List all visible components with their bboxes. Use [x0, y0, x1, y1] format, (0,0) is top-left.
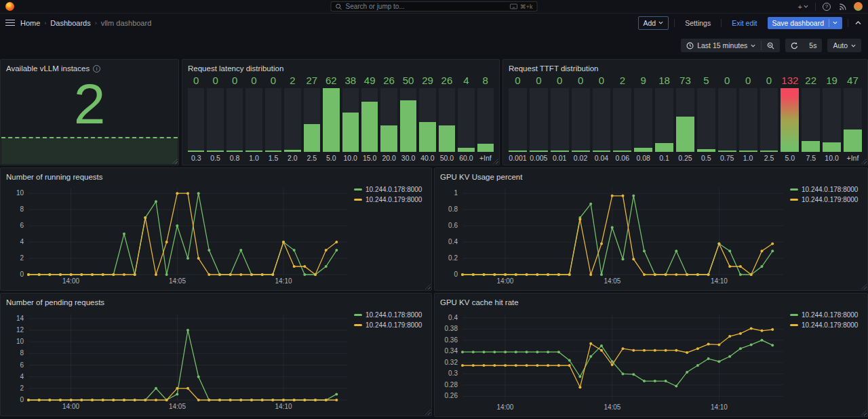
legend-item[interactable]: 10.244.0.179:8000 [354, 321, 426, 329]
bar-fill [304, 124, 320, 152]
bar-value: 2 [284, 75, 300, 86]
bar-category-label: 0.5 [207, 152, 223, 162]
svg-text:0: 0 [20, 271, 24, 278]
svg-text:0.2: 0.2 [448, 254, 458, 262]
save-dashboard-button[interactable]: Save dashboard [768, 17, 842, 29]
bar-track [245, 88, 262, 152]
bar-column: 730.25 [676, 75, 694, 162]
bar-fill [245, 151, 262, 152]
bar-track [265, 88, 281, 152]
zoom-out-button[interactable] [762, 39, 780, 52]
breadcrumb-home[interactable]: Home [20, 19, 40, 27]
bar-column: 00.02 [572, 75, 590, 162]
bar-column: 1910.0 [823, 75, 841, 162]
add-new-button[interactable]: + [797, 3, 810, 11]
panel-title[interactable]: GPU KV cache hit rate [440, 298, 519, 306]
bar-fill [823, 142, 841, 152]
bar-value: 0 [572, 75, 590, 86]
bar-value: 0 [739, 75, 757, 86]
legend-item[interactable]: 10.244.0.179:8000 [790, 321, 862, 329]
bar-column: 4915.0 [361, 75, 378, 162]
svg-text:14:05: 14:05 [169, 403, 186, 410]
legend-swatch [354, 314, 362, 316]
exit-edit-button[interactable]: Exit edit [727, 17, 762, 29]
bar-track [676, 88, 694, 152]
svg-text:14:05: 14:05 [604, 403, 620, 411]
bar-fill [419, 122, 435, 152]
bar-category-label: 5.0 [781, 152, 799, 162]
panel-title[interactable]: Number of pending requests [6, 298, 104, 306]
chart-legend: 10.244.0.178:800010.244.0.179:8000 [787, 183, 862, 286]
collapse-toolbar-button[interactable] [854, 21, 863, 25]
bar-fill [265, 151, 281, 152]
chevron-up-icon [855, 21, 861, 25]
svg-text:14:00: 14:00 [496, 277, 513, 285]
legend-item[interactable]: 10.244.0.179:8000 [354, 196, 426, 203]
bar-fill [572, 151, 590, 152]
bar-track [530, 88, 548, 152]
svg-text:14:05: 14:05 [604, 277, 620, 285]
legend-item[interactable]: 10.244.0.178:8000 [790, 186, 862, 193]
bar-value: 8 [477, 75, 494, 86]
legend-item[interactable]: 10.244.0.179:8000 [790, 196, 862, 203]
add-panel-button[interactable]: Add [638, 16, 669, 30]
panel-title[interactable]: GPU KV Usage percent [440, 173, 522, 181]
bar-track [802, 88, 820, 152]
bar-track [188, 88, 204, 152]
auto-dropdown[interactable]: Auto [827, 39, 861, 52]
settings-button[interactable]: Settings [680, 17, 715, 29]
bar-track [739, 88, 757, 152]
time-range-picker[interactable]: Last 15 minutes [681, 39, 761, 52]
panel-title[interactable]: Number of running requests [6, 173, 103, 181]
user-avatar[interactable] [854, 2, 863, 11]
legend-item[interactable]: 10.244.0.178:8000 [790, 311, 862, 319]
bar-track [304, 88, 320, 152]
divider [674, 19, 675, 27]
bar-fill [551, 151, 569, 152]
bar-column: 00.75 [718, 75, 736, 162]
ttft-bar-gauge: 00.00100.00500.0100.0200.0420.0690.08180… [509, 75, 862, 162]
keyboard-icon [510, 3, 518, 9]
menu-toggle-icon[interactable] [5, 18, 15, 28]
legend-item[interactable]: 10.244.0.178:8000 [354, 186, 426, 193]
bar-column: 625.0 [323, 75, 339, 162]
bar-category-label: 30.0 [400, 152, 416, 162]
refresh-button[interactable] [785, 39, 804, 52]
bar-value: 0 [530, 75, 548, 86]
bar-category-label: 2.0 [284, 152, 300, 162]
breadcrumb-dashboards[interactable]: Dashboards [50, 19, 90, 27]
bar-fill [634, 148, 652, 152]
bar-value: 50 [400, 75, 416, 86]
bar-value: 4 [458, 75, 474, 86]
bar-column: 460.0 [458, 75, 474, 162]
help-button[interactable]: ? [821, 3, 832, 11]
bar-column: 01.0 [739, 75, 757, 162]
bar-track [823, 88, 841, 152]
zoom-out-icon [767, 42, 774, 49]
grafana-logo-icon[interactable] [5, 2, 14, 11]
panel-request-latency: Request latency distribution 00.300.500.… [182, 59, 500, 165]
panel-title[interactable]: Request latency distribution [188, 64, 283, 73]
bar-value: 0 [593, 75, 611, 86]
bar-value: 73 [676, 75, 694, 86]
bar-fill [323, 88, 339, 152]
svg-text:14: 14 [16, 315, 24, 322]
bar-category-label: 60.0 [458, 152, 474, 162]
bar-fill [593, 151, 611, 152]
legend-label: 10.244.0.178:8000 [366, 311, 422, 319]
bar-track [572, 88, 590, 152]
bar-track [400, 88, 416, 152]
bar-column: 2940.0 [419, 75, 435, 162]
bar-fill [739, 151, 757, 152]
panel-title[interactable]: Request TTFT distribution [509, 64, 599, 73]
bar-column: 47+Inf [844, 75, 862, 162]
legend-item[interactable]: 10.244.0.178:8000 [354, 311, 426, 319]
refresh-interval-label[interactable]: 5s [804, 39, 822, 52]
bar-column: 8+Inf [477, 75, 494, 162]
svg-text:0.34: 0.34 [445, 347, 458, 355]
bar-value: 29 [419, 75, 435, 86]
search-input[interactable]: Search or jump to... ⌘+k [331, 1, 538, 12]
svg-text:6: 6 [20, 222, 24, 229]
bar-category-label: 2.5 [760, 152, 778, 162]
news-button[interactable] [837, 3, 848, 11]
